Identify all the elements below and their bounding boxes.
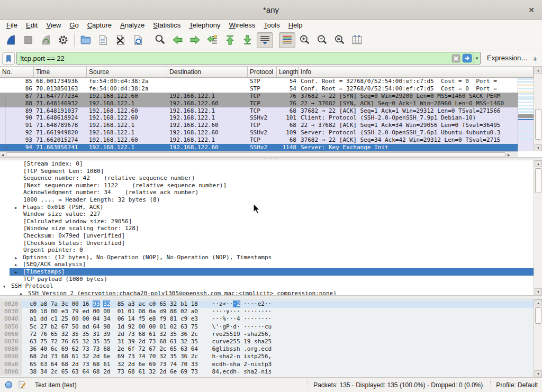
capture-comment-icon[interactable] xyxy=(17,380,26,389)
table-row[interactable]: 8568.001734936fe:54:00:d4:38:2aSTP54Conf… xyxy=(0,78,518,85)
colorize-button[interactable] xyxy=(279,32,295,48)
hex-row[interactable]: 00505c 27 b2 67 50 ad 64 98 1d 92 00 00 … xyxy=(0,323,542,331)
column-header-protocol[interactable]: Protocol xyxy=(248,67,277,78)
column-header-length[interactable]: Length xyxy=(277,67,299,78)
detail-line[interactable]: ▶[Timestamps] xyxy=(10,268,542,276)
table-row[interactable]: 8670.013850163fe:54:00:d4:38:2aSTP54Conf… xyxy=(0,85,518,93)
reload-capture-button[interactable] xyxy=(130,32,146,48)
hscroll-thumb[interactable] xyxy=(6,152,505,157)
table-row[interactable]: 8971.648191037192.168.122.60192.168.122.… xyxy=(0,107,518,115)
hex-row[interactable]: 00b038 34 2c 65 63 64 68 2d 73 68 61 32 … xyxy=(0,368,542,376)
hex-row[interactable]: 009068 2d 73 68 61 32 2d 6e 69 73 74 70 … xyxy=(0,353,542,360)
column-header-info[interactable]: Info xyxy=(299,67,534,78)
hex-row[interactable]: 00a065 63 64 68 2d 73 68 61 32 2d 6e 69 … xyxy=(0,361,542,368)
intelligent-scrollbar-minimap[interactable] xyxy=(518,78,534,151)
column-header-destination[interactable]: Destination xyxy=(167,67,248,78)
detail-line[interactable]: ▶[SEQ/ACK analysis] xyxy=(0,261,542,268)
pane-splitter-bottom[interactable]: ······ xyxy=(0,295,542,299)
hex-row[interactable]: 007063 75 72 76 65 32 35 35 31 39 2d 73 … xyxy=(0,338,542,345)
detail-line[interactable]: TCP payload (1080 bytes) xyxy=(0,276,542,283)
auto-scroll-button[interactable] xyxy=(257,32,273,48)
close-capture-button[interactable] xyxy=(112,32,129,48)
menu-go[interactable]: Go xyxy=(65,21,83,30)
menu-edit[interactable]: Edit xyxy=(22,21,42,30)
zoom-in-button[interactable] xyxy=(296,32,313,48)
detail-line[interactable]: [Next sequence number: 1122 (relative se… xyxy=(0,182,542,189)
resize-columns-button[interactable] xyxy=(349,32,365,48)
scroll-down-arrow[interactable]: ▼ xyxy=(535,370,542,377)
detail-line[interactable]: ▶Flags: 0x018 (PSH, ACK) xyxy=(0,204,542,211)
detail-line[interactable]: ▶Options: (12 bytes), No-Operation (NOP)… xyxy=(0,254,542,261)
detail-line[interactable]: [Window size scaling factor: 128] xyxy=(0,225,542,232)
expert-info-icon[interactable] xyxy=(4,380,13,389)
detail-line[interactable]: [TCP Segment Len: 1080] xyxy=(0,168,542,175)
scroll-up-arrow[interactable]: ▲ xyxy=(535,299,542,306)
menu-help[interactable]: Help xyxy=(284,21,307,30)
menu-tools[interactable]: Tools xyxy=(259,21,284,30)
filter-apply-icon[interactable] xyxy=(462,53,473,63)
filter-clear-icon[interactable] xyxy=(451,54,460,63)
close-window-button[interactable]: ✕ xyxy=(526,5,537,15)
add-filter-button[interactable]: + xyxy=(530,52,540,64)
hex-row[interactable]: 0040a1 dd c1 25 00 00 04 34 06 14 f5 e8 … xyxy=(0,315,542,323)
title-bar[interactable]: *any ✕ xyxy=(0,0,542,20)
table-row[interactable]: 8771.647777234192.168.122.60192.168.122.… xyxy=(0,93,518,100)
scroll-up-arrow[interactable]: ▲ xyxy=(535,67,542,74)
go-forward-button[interactable] xyxy=(187,32,203,48)
stop-capture-button[interactable] xyxy=(20,32,37,48)
details-vscrollbar[interactable]: ▲ ▼ xyxy=(534,160,542,295)
column-header-time[interactable]: Time xyxy=(34,67,87,78)
detail-line[interactable]: [Checksum Status: Unverified] xyxy=(0,240,542,247)
zoom-100-button[interactable] xyxy=(331,32,348,48)
menu-analyze[interactable]: Analyze xyxy=(116,21,149,30)
hex-row[interactable]: 0020c0 a8 7a 3c 00 16 93 32 85 a3 ac c0 … xyxy=(0,300,542,308)
go-last-button[interactable] xyxy=(239,32,256,48)
expand-arrow-icon[interactable]: ▶ xyxy=(15,269,23,277)
expand-arrow-icon[interactable]: ▶ xyxy=(20,291,28,295)
scroll-down-arrow[interactable]: ▼ xyxy=(535,288,542,295)
menu-file[interactable]: File xyxy=(2,21,22,30)
packet-list-hscrollbar[interactable]: ◀ ▶ xyxy=(0,151,518,157)
expand-arrow-icon[interactable]: ▶ xyxy=(15,255,23,262)
column-header-source[interactable]: Source xyxy=(87,67,167,78)
detail-line[interactable]: ▼SSH Protocol xyxy=(0,282,542,290)
go-to-packet-button[interactable] xyxy=(204,32,221,48)
menu-telephony[interactable]: Telephony xyxy=(185,21,224,30)
detail-line[interactable]: Acknowledgment number: 34 (relative ack … xyxy=(0,189,542,196)
hex-row[interactable]: 006072 76 65 32 35 35 31 39 2d 73 68 61 … xyxy=(0,331,542,338)
detail-line[interactable]: [Stream index: 0] xyxy=(0,160,542,168)
table-row[interactable]: 9071.648618924192.168.122.60192.168.122.… xyxy=(0,114,518,122)
filter-history-dropdown[interactable]: ▼ xyxy=(473,52,480,64)
table-row[interactable]: 9471.663856741192.168.122.1192.168.122.6… xyxy=(0,144,518,151)
detail-line[interactable]: Checksum: 0x79ed [unverified] xyxy=(0,232,542,240)
save-capture-button[interactable] xyxy=(95,32,111,48)
scroll-down-arrow[interactable]: ▼ xyxy=(535,144,542,151)
scroll-up-arrow[interactable]: ▲ xyxy=(535,160,542,167)
scroll-thumb[interactable] xyxy=(535,168,541,193)
table-row[interactable]: 9171.648789678192.168.122.1192.168.122.6… xyxy=(0,122,518,129)
table-row[interactable]: 8871.648146932192.168.122.1192.168.122.6… xyxy=(0,100,518,107)
column-header-no[interactable]: No. xyxy=(0,67,34,78)
menu-statistics[interactable]: Statistics xyxy=(149,21,185,30)
bytes-vscrollbar[interactable]: ▲ ▼ xyxy=(534,299,542,377)
menu-view[interactable]: View xyxy=(42,21,65,30)
scroll-thumb[interactable] xyxy=(535,307,541,324)
capture-options-button[interactable] xyxy=(55,32,71,48)
go-first-button[interactable] xyxy=(222,32,238,48)
detail-line[interactable]: Sequence number: 42 (relative sequence n… xyxy=(0,175,542,182)
scroll-right-arrow[interactable]: ▶ xyxy=(506,152,511,157)
menu-capture[interactable]: Capture xyxy=(83,21,116,30)
hex-row[interactable]: 008036 40 6c 69 62 73 73 68 2e 6f 72 67 … xyxy=(0,345,542,353)
menu-wireless[interactable]: Wireless xyxy=(225,21,260,30)
hex-row[interactable]: 003080 18 00 e3 79 ed 00 00 01 01 08 0a … xyxy=(0,308,542,315)
profile-status[interactable]: Profile: Default xyxy=(496,381,538,389)
zoom-out-button[interactable] xyxy=(314,32,330,48)
open-capture-button[interactable] xyxy=(77,32,94,48)
detail-line[interactable]: Urgent pointer: 0 xyxy=(0,247,542,254)
filter-bookmark-button[interactable] xyxy=(2,52,15,65)
scroll-left-arrow[interactable]: ◀ xyxy=(0,152,5,157)
start-capture-button[interactable] xyxy=(3,32,19,48)
expression-button[interactable]: Expression… xyxy=(487,54,528,62)
collapse-arrow-icon[interactable]: ▼ xyxy=(3,284,11,291)
scroll-thumb[interactable] xyxy=(535,109,541,140)
